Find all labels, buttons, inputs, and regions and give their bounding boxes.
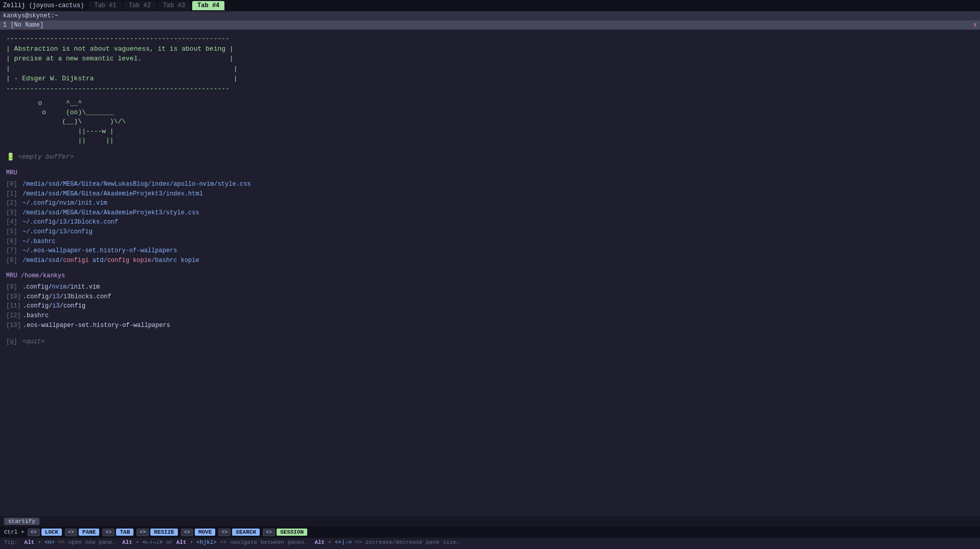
quit-item[interactable]: [q] <quit> <box>6 337 974 347</box>
tab-3[interactable]: Tab #3 <box>158 1 190 10</box>
list-item[interactable]: [2] ~/.config/nvim/init.vim <box>6 199 974 208</box>
list-item[interactable]: [4] ~/.config/i3/i3blocks.conf <box>6 217 974 227</box>
list-item[interactable]: [1] /media/ssd/MEGA/Gitea/AkademieProjek… <box>6 189 974 199</box>
empty-buffer-text: <empty buffer> <box>18 153 74 161</box>
key-badge: <> <box>181 529 193 536</box>
key-group-session: <> SESSION <box>263 529 307 536</box>
list-item[interactable]: [12] .bashrc <box>6 311 974 321</box>
key-move[interactable]: MOVE <box>195 529 215 536</box>
list-item[interactable]: [6] ~/.bashrc <box>6 237 974 247</box>
key-group-resize: <> RESIZE <box>136 529 178 536</box>
empty-buffer-line: 🔋 <empty buffer> <box>6 152 974 161</box>
list-item[interactable]: [3] /media/ssd/MEGA/Gitea/AkademieProjek… <box>6 208 974 218</box>
key-search[interactable]: SEARCH <box>232 529 260 536</box>
app-title: Zellij (joyous-cactus) <box>3 2 84 9</box>
quote-line4: | - Edsger W. Dijkstra | <box>6 75 237 82</box>
key-session[interactable]: SESSION <box>277 529 307 536</box>
mru-list-1: [0] /media/ssd/MEGA/Gitea/NewLukasBlog/i… <box>6 180 974 265</box>
list-item[interactable]: [11] .config/i3/config <box>6 301 974 311</box>
close-button[interactable]: x <box>973 21 977 29</box>
buffer-line: 1 [No Name] x <box>0 20 980 30</box>
key-resize[interactable]: RESIZE <box>150 529 178 536</box>
quote-border-top: ----------------------------------------… <box>6 35 230 42</box>
ascii-art: o ^__^ o (oo)\_______ (__)\ )\/\ ||----w… <box>6 99 974 145</box>
key-group-lock: <> LOCK <box>28 529 62 536</box>
quote-line1: | Abstraction is not about vagueness, it… <box>6 45 234 53</box>
tipsbar: Tip: Alt + <n> => open new pane. Alt + <… <box>0 538 980 547</box>
key-group-tab: <> TAB <box>102 529 133 536</box>
titlebar: Zellij (joyous-cactus) Tab #1 Tab #2 Tab… <box>0 0 980 11</box>
key-badge: <> <box>136 529 149 536</box>
list-item[interactable]: [0] /media/ssd/MEGA/Gitea/NewLukasBlog/i… <box>6 180 974 189</box>
list-item[interactable]: [8] /media/ssd/configi atd/config kopie/… <box>6 256 974 266</box>
key-lock[interactable]: LOCK <box>41 529 62 536</box>
tab-1[interactable]: Tab #1 <box>89 1 121 10</box>
tip-text: Tip: Alt + <n> => open new pane. Alt + <… <box>4 539 460 545</box>
quote-border-bottom: ----------------------------------------… <box>6 85 230 93</box>
plugin-name: startify <box>4 518 39 525</box>
quote-line3: | | <box>6 65 237 73</box>
list-item[interactable]: [5] ~/.config/i3/config <box>6 227 974 237</box>
mru-header-1: MRU <box>6 169 974 177</box>
key-badge: <> <box>65 529 77 536</box>
keybindings-bar: Ctrl + <> LOCK <> PANE <> TAB <> RESIZE … <box>0 526 980 538</box>
key-group-pane: <> PANE <box>65 529 99 536</box>
key-tab[interactable]: TAB <box>116 529 133 536</box>
key-badge: <> <box>28 529 40 536</box>
key-group-search: <> SEARCH <box>218 529 260 536</box>
list-item[interactable]: [7] ~/.eos-wallpaper-set.history-of-wall… <box>6 246 974 256</box>
mru-list-2: [9] .config/nvim/init.vim [10] .config/i… <box>6 282 974 330</box>
main-content: ----------------------------------------… <box>0 30 980 516</box>
mru-header-2: MRU /home/kankys <box>6 272 974 279</box>
key-badge: <> <box>218 529 231 536</box>
key-badge: <> <box>102 529 115 536</box>
ctrl-label: Ctrl + <box>4 529 25 535</box>
quote-line2: | precise at a new semantic level. | <box>6 55 234 62</box>
list-item[interactable]: [10] .config/i3/i3blocks.conf <box>6 292 974 302</box>
key-pane[interactable]: PANE <box>79 529 99 536</box>
key-group-move: <> MOVE <box>181 529 215 536</box>
tab-2[interactable]: Tab #2 <box>124 1 156 10</box>
list-item[interactable]: [13] .eos-wallpaper-set.history-of-wallp… <box>6 321 974 331</box>
statusbar: startify <box>0 516 980 526</box>
pane-host: kankys@skynet:~ <box>3 12 58 19</box>
quote-box: ----------------------------------------… <box>6 34 974 94</box>
list-item[interactable]: [9] .config/nvim/init.vim <box>6 282 974 292</box>
battery-icon: 🔋 <box>6 152 15 161</box>
buffer-label: 1 [No Name] <box>3 21 43 29</box>
key-badge: <> <box>263 529 275 536</box>
pane-titlebar: kankys@skynet:~ <box>0 11 980 20</box>
tab-4[interactable]: Tab #4 <box>192 1 224 10</box>
